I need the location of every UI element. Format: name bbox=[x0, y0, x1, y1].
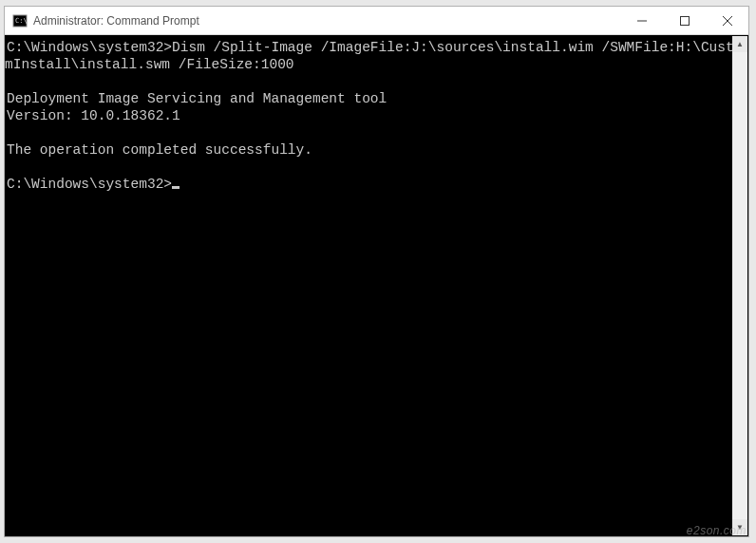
blank-line bbox=[5, 74, 7, 89]
blank-line bbox=[5, 125, 7, 140]
scroll-up-arrow-icon[interactable]: ▲ bbox=[732, 36, 747, 52]
window-controls bbox=[620, 7, 748, 34]
output-line: The operation completed successfully. bbox=[5, 142, 312, 158]
scroll-down-arrow-icon[interactable]: ▼ bbox=[732, 519, 747, 535]
prompt: C:\Windows\system32> bbox=[7, 40, 172, 55]
window-title: Administrator: Command Prompt bbox=[33, 14, 199, 28]
maximize-button[interactable] bbox=[663, 7, 706, 34]
command-prompt-window: C:\ Administrator: Command Prompt C:\Win… bbox=[4, 6, 749, 537]
blank-line bbox=[5, 159, 7, 175]
cursor bbox=[172, 186, 180, 189]
vertical-scrollbar[interactable]: ▲ ▼ bbox=[732, 36, 747, 535]
close-button[interactable] bbox=[706, 7, 748, 34]
minimize-button[interactable] bbox=[620, 7, 663, 34]
svg-rect-3 bbox=[680, 16, 689, 25]
titlebar[interactable]: C:\ Administrator: Command Prompt bbox=[5, 7, 748, 35]
output-line: Version: 10.0.18362.1 bbox=[5, 108, 180, 123]
terminal-output[interactable]: C:\Windows\system32>Dism /Split-Image /I… bbox=[5, 35, 748, 536]
svg-text:C:\: C:\ bbox=[15, 17, 28, 25]
output-line: Deployment Image Servicing and Managemen… bbox=[5, 91, 387, 106]
cmd-icon: C:\ bbox=[12, 13, 28, 28]
prompt: C:\Windows\system32> bbox=[7, 177, 172, 192]
scrollbar-track[interactable] bbox=[732, 52, 747, 519]
